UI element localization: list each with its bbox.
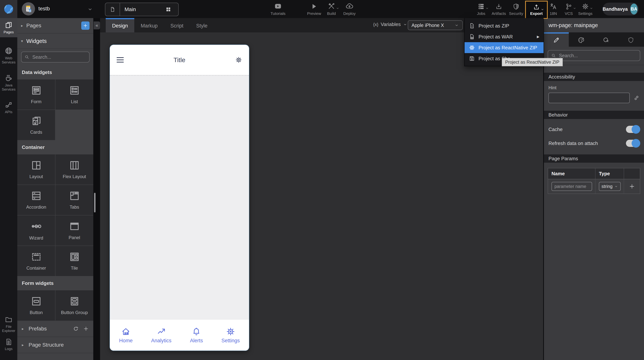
widget-tile-button[interactable]: Button [17,290,55,320]
war-file-icon [469,34,475,40]
widget-tile-tile[interactable]: Tile [56,246,93,276]
widget-tile-list[interactable]: List [56,79,93,110]
add-page-button[interactable] [81,22,90,30]
project-avatar[interactable] [22,2,35,16]
coffee-icon [4,74,13,82]
youtube-icon [274,2,282,10]
widget-tile-flex-layout[interactable]: Flex Layout [56,154,93,185]
tab-script[interactable]: Script [164,18,190,32]
section-behavior[interactable]: Behavior [544,111,644,119]
nav-item-analytics[interactable]: Analytics [151,327,172,344]
menu-item-project-as-zip[interactable]: Project as ZIP [464,20,544,31]
security-button[interactable]: Security [506,2,527,16]
tab-design[interactable]: Design [106,18,134,32]
cards-widget-icon [31,115,42,126]
widget-tile-layout[interactable]: Layout [17,154,55,185]
shield-outline-icon [628,37,634,44]
project-chevron-down-icon[interactable] [87,7,93,12]
tab-security[interactable] [618,32,643,47]
property-search-input[interactable] [558,53,637,59]
menu-item-project-as-reactnative-zip[interactable]: Project as ReactNative ZIP [464,42,544,53]
user-menu[interactable]: Bandhavya BA [602,3,639,16]
panel-scrollbar[interactable] [94,193,96,212]
menu-item-project-as-war[interactable]: Project as WAR ▶ [464,31,544,42]
wavemaker-studio: testb Main Tutorials Preview [0,0,644,360]
nav-item-alerts[interactable]: Alerts [190,327,203,344]
widget-tile-container[interactable]: Container [17,246,55,276]
phone-header[interactable]: Title [110,45,249,75]
phone-page-title[interactable]: Title [110,56,249,64]
settings-button[interactable]: Settings [575,2,596,16]
hamburger-menu-icon[interactable] [116,57,124,63]
home-icon [121,327,130,336]
pencil-icon [553,37,560,44]
tab-markup[interactable]: Markup [134,18,164,32]
refresh-data-toggle[interactable] [626,140,640,147]
play-icon [310,2,318,10]
analytics-icon [157,327,166,336]
widget-search-input[interactable] [32,54,86,60]
wavemaker-logo[interactable] [0,0,17,18]
refresh-data-row: Refresh data on attach [544,140,644,147]
tutorials-button[interactable]: Tutorials [268,2,288,16]
select-chevron-down-icon [614,185,618,188]
add-prefab-plus-icon[interactable] [83,326,89,331]
collapse-panel-button[interactable]: « [94,22,100,29]
widget-tile-button-group[interactable]: Button Group [56,290,93,320]
accordion-widget-icon [31,190,42,202]
widget-tile-tabs[interactable]: Tabs [56,185,93,215]
variables-button[interactable]: {x} Variables [373,22,407,27]
hint-input[interactable] [548,93,630,103]
rail-item-file-explorer[interactable]: File Explorer [0,316,17,333]
param-type-select[interactable]: string [599,182,621,191]
project-name: testb [38,6,50,12]
phone-preview[interactable]: Title Home Analytics Alerts [110,45,249,350]
phone-content-area[interactable] [110,75,249,320]
rail-item-web-services[interactable]: Web Services [0,47,17,64]
cloud-upload-icon [345,2,354,10]
rail-item-logs[interactable]: Logs [0,338,17,351]
widget-tile-accordion[interactable]: Accordion [17,185,55,215]
widgets-panel: ▸ Pages ▾ Widgets Data widgets Form List [17,18,93,360]
export-button[interactable]: Export [525,1,548,19]
page-param-row: string [548,179,640,194]
tab-events[interactable] [594,32,618,47]
tab-styles[interactable] [569,32,594,47]
rail-item-pages[interactable]: Pages [0,18,17,37]
tile-widget-icon [69,251,80,262]
tab-style[interactable]: Style [190,18,214,32]
pages-grid-icon[interactable] [166,7,178,12]
rail-item-apis[interactable]: APIs [0,101,17,114]
prefabs-section-header[interactable]: ▸ Prefabs [17,320,93,337]
section-page-params[interactable]: Page Params [544,154,644,163]
phone-gear-icon[interactable] [235,56,242,63]
section-label-form-widgets: Form widgets [17,276,93,290]
settings-chevron-down-icon[interactable] [590,7,593,10]
refresh-icon[interactable] [73,326,78,331]
deploy-button[interactable]: Deploy [339,2,360,16]
project-avatar-icon [24,4,33,14]
page-tab-main[interactable]: Main [105,3,179,16]
section-accessibility[interactable]: Accessibility [544,73,644,81]
add-param-plus-icon[interactable] [629,184,635,190]
device-selector[interactable]: Apple iPhone X [408,20,463,30]
cache-toggle[interactable] [626,126,640,133]
page-structure-section-header[interactable]: ▸ Page Structure [17,337,93,353]
widget-tile-cards[interactable]: Cards [17,110,55,140]
widgets-section-header[interactable]: ▾ Widgets [17,34,93,49]
topbar: testb Main Tutorials Preview [0,0,644,18]
widget-tile-panel[interactable]: Panel [56,215,93,246]
pages-section-header[interactable]: ▸ Pages [17,18,93,34]
widget-tile-wizard[interactable]: Wizard [17,215,55,246]
widget-search[interactable] [21,52,90,63]
bind-link-icon[interactable] [634,95,640,101]
widget-tile-form[interactable]: Form [17,79,55,110]
page-icon [105,3,120,16]
rail-item-java-services[interactable]: Java Services [0,74,17,92]
container-widget-icon [31,251,42,262]
param-name-input[interactable] [552,182,592,191]
submenu-arrow-icon: ▶ [537,35,540,39]
nav-item-home[interactable]: Home [119,327,132,344]
tab-properties[interactable] [544,32,569,47]
nav-item-settings[interactable]: Settings [222,327,240,344]
